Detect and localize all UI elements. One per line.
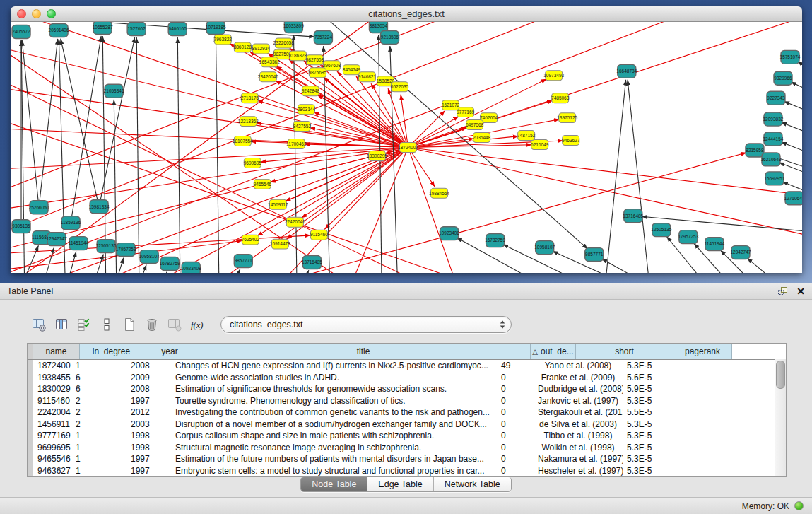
- network-node-label: 17957253: [116, 247, 136, 252]
- column-header-name[interactable]: name: [33, 344, 80, 359]
- tab-edge-table[interactable]: Edge Table: [367, 477, 433, 491]
- network-node-label: 14569117: [268, 202, 288, 207]
- column-header-title[interactable]: title: [196, 344, 531, 359]
- table-row[interactable]: 1830029562008Estimation of significance …: [28, 383, 786, 395]
- cell-in_degree: 1: [71, 453, 126, 465]
- cell-name: 9463627: [33, 465, 71, 477]
- table-row[interactable]: 946362711997Embryonic stem cells: a mode…: [28, 465, 786, 477]
- network-node-label: 8427552: [293, 124, 312, 129]
- network-node-label: 10958107: [139, 254, 160, 259]
- table-row[interactable]: 969969511998Structural magnetic resonanc…: [28, 442, 786, 454]
- network-node-label: 10973493: [543, 73, 564, 78]
- network-node-label: 23226058: [273, 40, 294, 45]
- scrollbar-thumb[interactable]: [776, 361, 785, 389]
- cell-year: 2008: [126, 360, 171, 372]
- cell-title: Disruption of a novel member of a sodium…: [171, 419, 497, 431]
- cell-pagerank: 5.3E-5: [623, 430, 673, 442]
- network-canvas[interactable]: 1872400779638228860128891293423226058982…: [11, 22, 802, 273]
- cell-short: Wolkin et al. (1998): [534, 442, 623, 454]
- row-header: [28, 407, 33, 419]
- network-node-label: 11700462: [286, 141, 307, 146]
- cell-title: Investigating the contribution of common…: [171, 407, 497, 419]
- cell-in_degree: 1: [71, 360, 126, 372]
- network-node-label: 7487152: [517, 133, 536, 138]
- table-row[interactable]: 1872400712008Changes of HCN gene express…: [28, 360, 786, 372]
- delete-table-icon[interactable]: [143, 315, 161, 334]
- column-header-in_degree[interactable]: in_degree: [80, 344, 143, 359]
- network-node-label: 10655287: [93, 25, 113, 30]
- network-node-label: 11451944: [69, 240, 89, 245]
- memory-status-indicator-icon[interactable]: [794, 501, 804, 510]
- network-node-label: 2405572: [12, 29, 30, 34]
- cell-in_degree: 2: [71, 419, 126, 431]
- network-node-label: 9227343: [767, 95, 785, 100]
- network-node-label: 19384554: [429, 191, 449, 196]
- network-node-label: 7857224: [314, 35, 333, 40]
- row-options-icon[interactable]: [98, 315, 116, 334]
- table-toolbar: f(x)citations_edges.txt: [30, 313, 512, 337]
- network-edge: [502, 244, 624, 273]
- import-table-disabled-icon[interactable]: [165, 315, 184, 334]
- memory-status-label: Memory: OK: [742, 501, 789, 511]
- zoom-window-button[interactable]: [47, 9, 56, 18]
- network-node-label: 18300295: [367, 153, 387, 158]
- network-edge: [226, 269, 240, 273]
- column-header-pagerank[interactable]: pagerank: [673, 344, 732, 359]
- table-vertical-scrollbar[interactable]: [775, 359, 786, 476]
- cell-title: Corpus callosum shape and size in male p…: [171, 430, 497, 442]
- network-select-dropdown[interactable]: citations_edges.txt: [220, 316, 512, 333]
- cell-short: de Silva et al. (2003): [534, 419, 623, 431]
- table-header-row: namein_degreeyeartitle△out_de...shortpag…: [28, 344, 786, 360]
- tab-network-table[interactable]: Network Table: [434, 477, 511, 491]
- network-node-label: 12505135: [96, 243, 117, 248]
- cell-out_degree: 0: [497, 465, 534, 477]
- network-node-label: 23420046: [258, 74, 278, 79]
- float-panel-icon[interactable]: [777, 286, 788, 296]
- cell-short: Hescheler et al. (1997): [534, 465, 623, 477]
- network-node-label: 16210643: [761, 157, 782, 162]
- tab-node-table[interactable]: Node Table: [301, 477, 367, 491]
- cell-short: Yano et al. (2008): [534, 360, 623, 372]
- network-node-label: 8813054: [370, 23, 388, 28]
- cell-in_degree: 1: [71, 442, 126, 454]
- table-row[interactable]: 1938455462009Genome-wide association stu…: [28, 372, 786, 384]
- svg-text:f(x): f(x): [191, 320, 203, 330]
- show-columns-icon[interactable]: [52, 315, 71, 334]
- minimize-window-button[interactable]: [32, 9, 41, 18]
- cell-out_degree: 0: [497, 419, 534, 431]
- table-row[interactable]: 911546021997Tourette syndrome. Phenomeno…: [28, 395, 786, 407]
- cell-out_degree: 0: [497, 453, 534, 465]
- new-document-icon[interactable]: [120, 315, 139, 334]
- row-header: [28, 372, 33, 384]
- network-node-label: 8860128: [234, 45, 252, 49]
- network-node-label: 8215958: [746, 148, 764, 153]
- cell-year: 1997: [126, 465, 171, 477]
- close-panel-icon[interactable]: ✕: [796, 286, 805, 296]
- table-settings-icon[interactable]: [30, 315, 48, 334]
- column-header-out_degree[interactable]: △out_de...: [531, 344, 576, 359]
- row-header: [28, 442, 33, 454]
- network-node-label: 6522035: [391, 84, 409, 89]
- network-edge: [99, 37, 135, 207]
- network-window-titlebar[interactable]: citations_edges.txt: [11, 6, 802, 22]
- network-node-label: 7963822: [214, 37, 233, 42]
- table-row[interactable]: 946554611997Estimation of the future num…: [28, 453, 786, 465]
- row-header-corner: [28, 344, 33, 359]
- column-header-short[interactable]: short: [576, 344, 673, 359]
- column-header-year[interactable]: year: [143, 344, 196, 359]
- cell-short: Nakamura et al. (1997): [534, 453, 623, 465]
- cell-title: Changes of HCN gene expression and I(f) …: [171, 360, 497, 372]
- table-row[interactable]: 1456911722003Disruption of a novel membe…: [28, 419, 786, 431]
- cell-in_degree: 6: [71, 383, 126, 395]
- cell-name: 22420046: [33, 407, 71, 419]
- network-node-label: 25266050: [29, 205, 49, 210]
- network-node-label: 9699695: [244, 160, 262, 165]
- table-row[interactable]: 2242004622012Investigating the contribut…: [28, 407, 786, 419]
- table-row[interactable]: 977716911998Corpus callosum shape and si…: [28, 430, 786, 442]
- function-builder-icon[interactable]: f(x): [188, 315, 206, 334]
- select-all-icon[interactable]: [75, 315, 93, 334]
- network-edge: [791, 82, 802, 101]
- close-window-button[interactable]: [17, 9, 26, 18]
- network-node-label: 1527602: [128, 26, 146, 31]
- cell-year: 2008: [126, 383, 171, 395]
